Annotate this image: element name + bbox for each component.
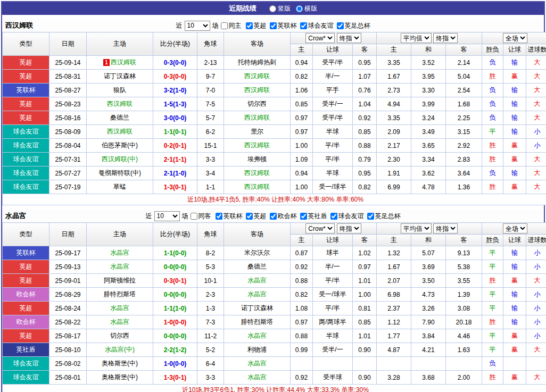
avg-home-cell: 2.09 bbox=[377, 125, 411, 139]
league-checkbox[interactable] bbox=[300, 22, 307, 29]
league-filter[interactable]: 球会友谊 bbox=[330, 212, 364, 221]
home-team-name: 曼彻斯特联(中) bbox=[98, 169, 141, 177]
col-score: 比分(半场) bbox=[153, 32, 197, 56]
league-checkbox[interactable] bbox=[337, 22, 344, 29]
odds-home-cell: 1.06 bbox=[291, 84, 313, 97]
col-away: 客场 bbox=[224, 32, 291, 56]
final-index-select-2[interactable]: 终指 bbox=[433, 223, 458, 233]
avg-home-cell: 4.87 bbox=[377, 343, 411, 357]
match-count-select[interactable]: 10 bbox=[154, 211, 180, 221]
corners-cell: 6-4 bbox=[197, 357, 224, 371]
score-cell: 0-0(0-0) bbox=[153, 288, 197, 302]
same-side-filter[interactable]: 同主 bbox=[221, 21, 242, 30]
odds-home-cell: 1.09 bbox=[291, 153, 313, 166]
league-filter[interactable]: 英足总杯 bbox=[367, 212, 401, 221]
same-side-checkbox[interactable] bbox=[191, 213, 197, 220]
league-filter[interactable]: 英联杯 bbox=[270, 21, 297, 30]
odds-away-cell: 1.00 bbox=[353, 288, 377, 302]
league-filter[interactable]: 英社盾 bbox=[300, 212, 327, 221]
score-cell: 3-0(0-0) bbox=[153, 111, 197, 125]
avg-draw-cell: 3.95 bbox=[411, 70, 446, 84]
handicap-cell: 半球 bbox=[313, 329, 353, 343]
avg-away-cell: 3.64 bbox=[446, 166, 482, 180]
vertical-radio-label: 竖版 bbox=[278, 4, 291, 13]
layout-radio-vertical[interactable]: 竖版 bbox=[269, 4, 291, 13]
league-checkbox[interactable] bbox=[330, 213, 337, 220]
odds-home-cell: 0.85 bbox=[291, 97, 313, 111]
handicap-result-cell: 输 bbox=[503, 246, 526, 260]
result-cell: 平 bbox=[482, 302, 503, 315]
average-odds-group: 平均值 终指 bbox=[377, 223, 482, 235]
league-filter[interactable]: 欧会杯 bbox=[270, 212, 297, 221]
match-count-select[interactable]: 10 bbox=[185, 21, 210, 31]
type-cell: 球会友谊 bbox=[3, 125, 49, 139]
league-checkbox[interactable] bbox=[270, 22, 277, 29]
league-checkbox[interactable] bbox=[300, 213, 307, 220]
corners-cell: 3-4 bbox=[197, 166, 224, 180]
date-cell: 25-09-13 bbox=[49, 260, 87, 274]
odds-home-cell: 0.92 bbox=[291, 260, 313, 274]
horizontal-radio-input[interactable] bbox=[296, 5, 303, 12]
home-team-name: 奥格斯堡(中) bbox=[102, 373, 138, 381]
league-checkbox[interactable] bbox=[270, 213, 277, 220]
handicap-cell: 受半/一 bbox=[313, 343, 353, 357]
layout-radio-horizontal[interactable]: 横版 bbox=[296, 4, 317, 13]
date-cell: 25-08-29 bbox=[49, 288, 87, 302]
handicap-result-cell: 赢 bbox=[503, 274, 526, 288]
away-team-cell: 米尔沃尔 bbox=[224, 246, 291, 260]
away-team-name: 西汉姆联 bbox=[244, 72, 270, 80]
handicap-result-cell: 输 bbox=[503, 56, 526, 70]
home-team-cell: 水晶宫 bbox=[87, 315, 153, 329]
league-checkbox[interactable] bbox=[246, 213, 253, 220]
avg-draw-cell: 3.52 bbox=[411, 56, 446, 70]
league-checkbox[interactable] bbox=[246, 22, 253, 29]
date-cell: 25-09-17 bbox=[49, 246, 87, 260]
col-avg-draw: 和 bbox=[411, 235, 446, 246]
handicap-cell bbox=[313, 357, 353, 371]
same-side-checkbox[interactable] bbox=[221, 22, 228, 29]
away-team-cell: 利物浦 bbox=[224, 343, 291, 357]
vertical-radio-input[interactable] bbox=[269, 5, 276, 12]
league-filter[interactable]: 英足总杯 bbox=[337, 21, 370, 30]
odds-away-cell: 0.90 bbox=[353, 343, 377, 357]
away-team-name: 切尔西 bbox=[247, 100, 267, 107]
league-filter[interactable]: 球会友谊 bbox=[300, 21, 334, 30]
league-filter[interactable]: 英联杯 bbox=[216, 212, 243, 221]
league-checkbox[interactable] bbox=[367, 213, 374, 220]
home-team-cell: 切尔西 bbox=[87, 329, 153, 343]
handicap-result-cell: 输 bbox=[503, 97, 526, 111]
same-side-filter[interactable]: 同客 bbox=[191, 212, 211, 221]
away-team-name: 西汉姆联 bbox=[244, 183, 270, 190]
league-filter[interactable]: 英超 bbox=[246, 212, 267, 221]
col-home: 主场 bbox=[87, 223, 153, 246]
full-match-select[interactable]: 全场 bbox=[503, 223, 527, 233]
full-match-select[interactable]: 全场 bbox=[503, 33, 527, 43]
final-index-select[interactable]: 终指 bbox=[337, 223, 361, 233]
result-cell: 胜 bbox=[482, 274, 503, 288]
recent-results-page: 近期战绩 竖版 横版 西汉姆联 近 10 场 同主 英超英联杯球会友谊英足总杯 bbox=[1, 1, 545, 392]
home-team-cell: 水晶宫 bbox=[87, 246, 153, 260]
home-team-cell: 水晶宫(中) bbox=[87, 343, 153, 357]
odds-source-select[interactable]: Crow* bbox=[305, 33, 335, 43]
avg-home-cell: 6.99 bbox=[377, 180, 411, 194]
avg-away-cell: 3.55 bbox=[446, 274, 482, 288]
final-index-select[interactable]: 终指 bbox=[337, 33, 361, 43]
home-team-cell: 奥格斯堡(中) bbox=[87, 371, 153, 385]
odds-source-select[interactable]: Crow* bbox=[305, 223, 335, 233]
average-select[interactable]: 平均值 bbox=[401, 33, 432, 43]
col-avg-home: 主 bbox=[377, 235, 411, 246]
average-select[interactable]: 平均值 bbox=[401, 223, 432, 233]
home-team-cell: 狼队 bbox=[87, 84, 153, 97]
home-team-name: 水晶宫 bbox=[110, 318, 129, 326]
league-filter[interactable]: 英超 bbox=[246, 21, 267, 30]
filter-bar: 近 10 场 同客 英联杯英超欧会杯英社盾球会友谊英足总杯 bbox=[2, 211, 544, 221]
final-index-select-2[interactable]: 终指 bbox=[433, 33, 458, 43]
home-team-name: 水晶宫 bbox=[110, 304, 129, 312]
type-cell: 球会友谊 bbox=[3, 139, 49, 153]
matches-table: 类型 日期 主场 比分(半场) 角球 客场 Crow* 终指 平均值 终指 bbox=[2, 32, 546, 205]
type-cell: 英超 bbox=[3, 329, 49, 343]
home-team-name: 西汉姆联(中) bbox=[102, 155, 138, 163]
date-cell: 25-08-23 bbox=[49, 97, 87, 111]
league-label: 英社盾 bbox=[308, 212, 327, 221]
league-checkbox[interactable] bbox=[216, 213, 222, 220]
